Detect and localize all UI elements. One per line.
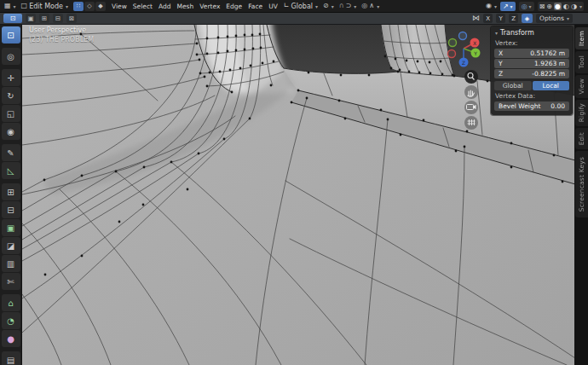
mirror-z-button[interactable]: Z — [509, 14, 518, 23]
tab-screencast-keys[interactable]: Screencast Keys — [575, 151, 588, 217]
vertex-y-field[interactable]: Y 1.9263 m — [494, 59, 569, 68]
shading-rendered-button[interactable]: ◑ — [571, 3, 577, 10]
tool-smooth[interactable]: ● — [2, 330, 20, 347]
mirror-y-button[interactable]: Y — [496, 14, 505, 23]
mirror-x-button[interactable]: X — [483, 14, 493, 23]
transform-panel-header[interactable]: ▾ Transform — [494, 29, 569, 37]
edit-mode-icon: □ — [21, 3, 28, 9]
tab-tool[interactable]: Tool — [575, 51, 588, 73]
zoom-icon[interactable] — [464, 70, 478, 84]
pivot-dropdown[interactable]: ⊘ ▾ — [323, 3, 334, 9]
tab-rigify[interactable]: Rigify — [575, 100, 588, 126]
global-button[interactable]: Global — [494, 81, 532, 90]
shading-material-button[interactable]: ◐ — [563, 3, 569, 10]
sidebar-tab-strip: Item Tool View Rigify Edit Screencast Ke… — [574, 25, 588, 365]
set-select-icon[interactable]: ▣ — [26, 14, 36, 23]
vertex-select-button[interactable]: ∷ — [73, 2, 84, 11]
bevel-weight-value: 0.00 — [551, 102, 565, 110]
chevron-down-icon: ▾ — [579, 3, 582, 9]
vertex-x-field[interactable]: X 0.51762 m — [494, 49, 569, 58]
top-header: ▦ ▾ □ Edit Mode ▾ ∷ ◇ ◆ View Select Add … — [0, 0, 588, 13]
menu-view[interactable]: View — [111, 3, 128, 10]
shading-solid-button[interactable]: ● — [554, 3, 562, 10]
chevron-down-icon: ▾ — [377, 3, 379, 9]
tool-cursor[interactable]: ◎ — [2, 48, 20, 65]
tool-rotate[interactable]: ↻ — [2, 87, 20, 104]
shading-wireframe-button[interactable]: ⊕ — [546, 3, 552, 10]
bevel-weight-slider[interactable]: Bevel Weight 0.00 — [494, 101, 569, 111]
proportional-edit-dropdown[interactable]: ◎ ∧ ▾ — [361, 3, 379, 9]
gizmo-negx-ball[interactable] — [448, 50, 456, 58]
vertex-z-field[interactable]: Z -0.8225 m — [494, 69, 569, 78]
edge-select-button[interactable]: ◇ — [84, 2, 95, 11]
tool-transform[interactable]: ◉ — [2, 123, 20, 140]
tab-edit[interactable]: Edit — [575, 128, 588, 149]
tool-edge-slide[interactable]: ▤ — [2, 351, 20, 365]
gizmo-negz-ball[interactable] — [459, 32, 467, 40]
active-tool-button[interactable]: ⊡ — [3, 14, 22, 23]
snap-magnet-icon: ∩ — [339, 3, 344, 9]
tool-bevel[interactable]: ◪ — [2, 237, 20, 254]
tool-scale[interactable]: ◱ — [2, 105, 20, 122]
space-toggle: Global Local — [494, 81, 569, 90]
subtract-select-icon[interactable]: ⊟ — [53, 14, 63, 23]
left-toolbar: ⊡ ◎ ✛ ↻ ◱ ◉ ✎ ◺ ⊞ ⊟ ▣ ◪ ▥ ✄ ⌂ ◔ ● ▤ ❖ — [0, 25, 22, 365]
chevron-down-icon: ▾ — [567, 15, 569, 21]
snap-toggle-button[interactable]: ◈ — [522, 14, 533, 23]
tool-spin[interactable]: ◔ — [2, 312, 20, 329]
falloff-curve-icon: ∧ — [369, 3, 374, 9]
snap-dropdown[interactable]: ∩ ⊃ ▾ — [339, 3, 357, 9]
face-select-button[interactable]: ◆ — [95, 2, 106, 11]
tool-knife[interactable]: ✄ — [2, 273, 20, 290]
mode-label: Edit Mode — [29, 3, 63, 10]
extend-select-icon[interactable]: ⊞ — [39, 14, 49, 23]
xray-toggle[interactable]: ⊠ — [539, 3, 545, 10]
tool-loop-cut[interactable]: ▥ — [2, 255, 20, 272]
tool-measure[interactable]: ◺ — [2, 162, 20, 179]
show-gizmo-toggle[interactable]: ↗ ▾ — [500, 2, 516, 11]
tool-add-cube[interactable]: ⊞ — [2, 183, 20, 200]
options-label: Options — [539, 14, 564, 22]
sidebar-transform-panel: ▾ Transform Vertex: X 0.51762 m Y 1.9263… — [491, 26, 573, 115]
visibility-icon: ◉ — [486, 3, 492, 9]
local-button[interactable]: Local — [533, 81, 570, 90]
pan-hand-icon[interactable] — [464, 85, 478, 99]
menu-uv[interactable]: UV — [268, 3, 279, 10]
editor-type-icon: ▦ — [4, 3, 11, 9]
chevron-down-icon: ▾ — [529, 3, 532, 9]
tool-annotate[interactable]: ✎ — [2, 144, 20, 161]
menu-select[interactable]: Select — [132, 3, 153, 10]
tab-edit-label: Edit — [578, 132, 585, 145]
tool-move[interactable]: ✛ — [2, 69, 20, 86]
editor-type-button[interactable]: ▦ ▾ — [4, 3, 16, 9]
tab-item[interactable]: Item — [575, 27, 588, 49]
header-right-cluster: ◉ ▾ ↗ ▾ ◎ ▾ ⊠ ⊕ ● ◐ ◑ ▾ — [486, 2, 584, 11]
intersect-select-icon[interactable]: ⊠ — [66, 14, 77, 23]
tool-select-box[interactable]: ⊡ — [2, 26, 20, 43]
z-axis-label: Z — [499, 70, 503, 78]
tool-extrude-region[interactable]: ⊟ — [2, 201, 20, 218]
overlays-toggle[interactable]: ◎ ▾ — [519, 2, 534, 11]
orientation-dropdown[interactable]: ∟ Global ▾ — [284, 3, 318, 10]
tool-inset-faces[interactable]: ▣ — [2, 219, 20, 236]
grid-ortho-icon[interactable] — [464, 116, 478, 130]
visibility-dropdown[interactable]: ◉ ▾ — [486, 3, 497, 9]
orientation-label: Global — [291, 3, 314, 10]
camera-view-icon[interactable] — [464, 101, 478, 114]
menu-add[interactable]: Add — [158, 3, 172, 10]
chevron-down-icon: ▾ — [354, 3, 356, 9]
menu-face[interactable]: Face — [247, 3, 263, 10]
projection-label: User Perspective — [29, 26, 94, 35]
menu-vertex[interactable]: Vertex — [199, 3, 221, 10]
overlays-icon: ◎ — [522, 3, 527, 10]
mode-dropdown[interactable]: □ Edit Mode ▾ — [21, 3, 68, 10]
tab-view-label: View — [578, 78, 585, 95]
menu-edge[interactable]: Edge — [225, 3, 243, 10]
menu-mesh[interactable]: Mesh — [176, 3, 194, 10]
pivot-point-icon: ⊘ — [323, 3, 329, 9]
options-dropdown[interactable]: Options ▾ — [536, 14, 573, 23]
gizmo-negy-ball[interactable] — [449, 39, 457, 47]
tab-tool-label: Tool — [578, 55, 585, 68]
tab-view[interactable]: View — [575, 75, 588, 98]
tool-poly-build[interactable]: ⌂ — [2, 294, 20, 311]
